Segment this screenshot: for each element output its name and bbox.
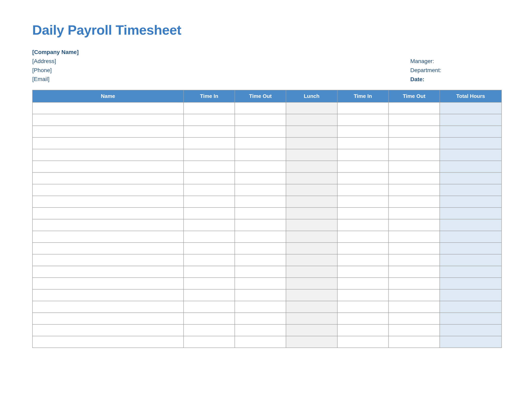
cell-total-hours[interactable] [440,172,502,184]
cell-time-in-1[interactable] [184,301,235,313]
cell-lunch[interactable] [286,196,337,207]
cell-total-hours[interactable] [440,137,502,149]
cell-time-out-2[interactable] [389,126,440,137]
cell-time-out-1[interactable] [235,184,286,196]
cell-total-hours[interactable] [440,219,502,231]
cell-time-out-2[interactable] [389,102,440,114]
cell-name[interactable] [32,102,184,114]
cell-time-in-1[interactable] [184,254,235,266]
cell-time-out-1[interactable] [235,301,286,313]
cell-lunch[interactable] [286,126,337,137]
cell-lunch[interactable] [286,324,337,336]
cell-time-out-1[interactable] [235,289,286,301]
cell-name[interactable] [32,219,184,231]
cell-time-out-1[interactable] [235,324,286,336]
cell-time-in-1[interactable] [184,289,235,301]
cell-time-out-2[interactable] [389,313,440,324]
cell-name[interactable] [32,324,184,336]
cell-lunch[interactable] [286,207,337,219]
cell-time-in-1[interactable] [184,231,235,243]
cell-time-in-2[interactable] [337,278,389,289]
cell-time-out-1[interactable] [235,102,286,114]
cell-total-hours[interactable] [440,266,502,278]
cell-time-in-2[interactable] [337,161,389,172]
cell-time-out-1[interactable] [235,278,286,289]
cell-name[interactable] [32,114,184,126]
cell-total-hours[interactable] [440,278,502,289]
cell-time-in-2[interactable] [337,266,389,278]
cell-time-in-2[interactable] [337,172,389,184]
cell-time-in-1[interactable] [184,137,235,149]
cell-total-hours[interactable] [440,161,502,172]
cell-total-hours[interactable] [440,102,502,114]
cell-lunch[interactable] [286,231,337,243]
cell-name[interactable] [32,207,184,219]
cell-lunch[interactable] [286,219,337,231]
cell-time-out-2[interactable] [389,324,440,336]
cell-time-in-2[interactable] [337,289,389,301]
cell-time-out-2[interactable] [389,289,440,301]
cell-lunch[interactable] [286,161,337,172]
cell-time-out-1[interactable] [235,231,286,243]
cell-time-out-2[interactable] [389,172,440,184]
cell-time-in-1[interactable] [184,184,235,196]
cell-time-out-1[interactable] [235,172,286,184]
cell-time-out-1[interactable] [235,243,286,254]
cell-lunch[interactable] [286,336,337,348]
cell-name[interactable] [32,161,184,172]
cell-time-in-2[interactable] [337,126,389,137]
cell-time-out-1[interactable] [235,336,286,348]
cell-lunch[interactable] [286,102,337,114]
cell-total-hours[interactable] [440,336,502,348]
cell-time-in-1[interactable] [184,219,235,231]
cell-name[interactable] [32,336,184,348]
cell-time-out-2[interactable] [389,161,440,172]
cell-time-in-1[interactable] [184,172,235,184]
cell-total-hours[interactable] [440,254,502,266]
cell-time-out-1[interactable] [235,313,286,324]
cell-time-in-1[interactable] [184,336,235,348]
cell-time-in-1[interactable] [184,207,235,219]
cell-name[interactable] [32,149,184,161]
cell-time-out-1[interactable] [235,114,286,126]
cell-time-out-2[interactable] [389,137,440,149]
cell-name[interactable] [32,184,184,196]
cell-lunch[interactable] [286,114,337,126]
cell-total-hours[interactable] [440,196,502,207]
cell-time-out-1[interactable] [235,219,286,231]
cell-name[interactable] [32,289,184,301]
cell-lunch[interactable] [286,172,337,184]
cell-name[interactable] [32,278,184,289]
cell-total-hours[interactable] [440,301,502,313]
cell-total-hours[interactable] [440,126,502,137]
cell-name[interactable] [32,254,184,266]
cell-time-in-2[interactable] [337,102,389,114]
cell-name[interactable] [32,172,184,184]
cell-time-out-1[interactable] [235,126,286,137]
cell-time-in-2[interactable] [337,207,389,219]
cell-time-in-1[interactable] [184,266,235,278]
cell-time-in-1[interactable] [184,313,235,324]
cell-time-in-2[interactable] [337,114,389,126]
cell-total-hours[interactable] [440,313,502,324]
cell-total-hours[interactable] [440,114,502,126]
cell-time-in-1[interactable] [184,196,235,207]
cell-name[interactable] [32,126,184,137]
cell-total-hours[interactable] [440,207,502,219]
cell-time-in-1[interactable] [184,102,235,114]
cell-time-out-1[interactable] [235,137,286,149]
cell-total-hours[interactable] [440,149,502,161]
cell-time-in-2[interactable] [337,324,389,336]
cell-name[interactable] [32,231,184,243]
cell-time-in-1[interactable] [184,114,235,126]
cell-total-hours[interactable] [440,324,502,336]
cell-time-in-1[interactable] [184,149,235,161]
cell-time-out-2[interactable] [389,266,440,278]
cell-total-hours[interactable] [440,243,502,254]
cell-lunch[interactable] [286,278,337,289]
cell-time-out-2[interactable] [389,254,440,266]
cell-time-out-1[interactable] [235,254,286,266]
cell-lunch[interactable] [286,313,337,324]
cell-time-out-2[interactable] [389,301,440,313]
cell-time-out-2[interactable] [389,114,440,126]
